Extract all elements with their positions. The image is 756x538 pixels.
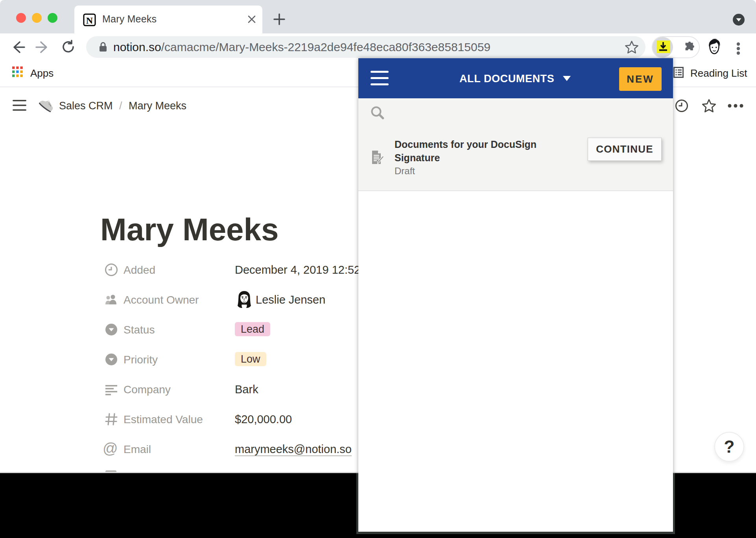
svg-text:N: N (86, 15, 93, 26)
